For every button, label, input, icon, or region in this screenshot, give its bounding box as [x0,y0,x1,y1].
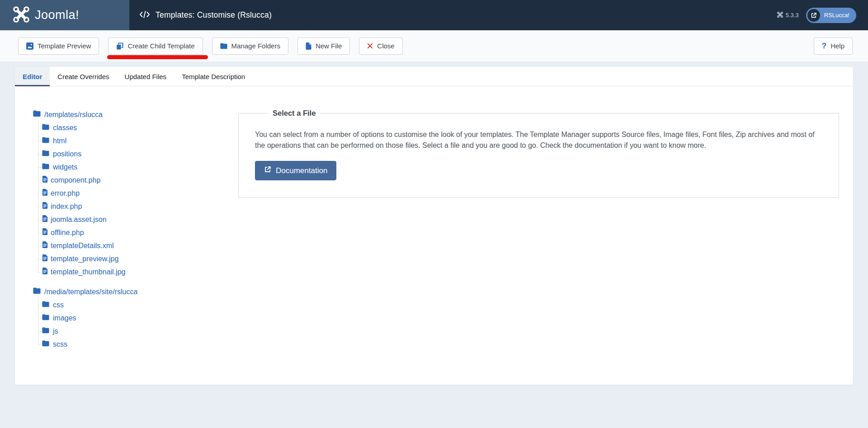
user-menu-button[interactable]: RSLucca! [806,8,856,23]
tab-create-overrides[interactable]: Create Overrides [50,67,117,86]
tree-item-css[interactable]: css [42,298,238,311]
manage-folders-button[interactable]: Manage Folders [212,38,288,55]
folder-icon [42,327,49,335]
file-tree: /templates/rslucca classes html position… [33,108,238,357]
template-preview-button[interactable]: Template Preview [18,38,99,55]
document-icon [42,228,48,237]
help-icon: ? [822,42,826,51]
create-child-template-label: Create Child Template [127,42,194,50]
folder-icon [42,163,49,171]
user-name-label: RSLucca! [824,12,849,19]
joomla-logo-icon [13,6,30,25]
folder-icon [42,137,49,145]
panel-legend: Select a File [269,109,320,118]
manage-folders-label: Manage Folders [231,42,280,50]
copy-icon [116,42,123,50]
folder-icon [42,124,49,132]
folder-icon [220,43,227,49]
panel-description: You can select from a number of options … [255,129,820,151]
help-label: Help [830,42,844,50]
joomla-version: 5.3.3 [777,12,799,19]
editor-card: Editor Create Overrides Updated Files Te… [15,67,853,385]
tab-template-description[interactable]: Template Description [174,67,253,86]
joomla-logo-text: Joomla! [35,8,79,22]
tree-item-template-thumbnail-jpg[interactable]: template_thumbnail.jpg [42,265,238,278]
document-icon [42,268,48,276]
document-icon [42,189,48,198]
tree-root-templates[interactable]: /templates/rslucca [33,108,238,121]
template-preview-label: Template Preview [38,42,91,50]
image-icon [26,42,33,50]
document-icon [42,176,48,184]
file-icon [306,42,311,50]
folder-icon [42,340,49,348]
tree-item-component-php[interactable]: component.php [42,174,238,187]
tree-root-label: /templates/rslucca [44,111,103,119]
folder-icon [33,287,41,296]
tree-item-js[interactable]: js [42,325,238,338]
new-file-button[interactable]: New File [297,38,350,55]
select-a-file-panel: Select a File You can select from a numb… [238,109,839,198]
external-link-icon [807,9,820,22]
close-icon [367,43,373,49]
tree-item-offline-php[interactable]: offline.php [42,226,238,239]
tree-item-joomla-asset-json[interactable]: joomla.asset.json [42,213,238,226]
page-title-area: Templates: Customise (Rslucca) [129,0,777,30]
toolbar: Template Preview Create Child Template M… [0,30,868,61]
tree-item-widgets[interactable]: widgets [42,160,238,174]
documentation-button[interactable]: Documentation [255,161,336,180]
tree-item-error-php[interactable]: error.php [42,187,238,200]
folder-icon [42,301,49,309]
document-icon [42,254,48,263]
tab-updated-files[interactable]: Updated Files [117,67,175,86]
close-label: Close [377,42,394,50]
tree-item-templatedetails-xml[interactable]: templateDetails.xml [42,239,238,252]
joomla-logo: Joomla! [0,0,129,30]
code-icon [139,10,150,20]
tree-item-template-preview-jpg[interactable]: template_preview.jpg [42,252,238,265]
document-icon [42,215,48,224]
folder-icon [42,314,49,322]
help-button[interactable]: ? Help [814,38,853,55]
tree-item-index-php[interactable]: index.php [42,200,238,213]
folder-icon [42,150,49,158]
document-icon [42,241,48,250]
joomla-version-icon [777,12,783,19]
tree-item-html[interactable]: html [42,134,238,147]
tab-editor[interactable]: Editor [15,67,50,86]
admin-header: Joomla! Templates: Customise (Rslucca) [0,0,868,30]
create-child-template-button[interactable]: Create Child Template [108,38,203,55]
page-title: Templates: Customise (Rslucca) [156,10,272,20]
tree-item-positions[interactable]: positions [42,147,238,160]
tree-item-images[interactable]: images [42,311,238,325]
documentation-label: Documentation [276,166,327,175]
folder-icon [33,110,41,119]
tree-item-classes[interactable]: classes [42,121,238,134]
version-number: 5.3.3 [786,12,799,19]
red-underline-annotation [107,55,208,59]
tree-item-scss[interactable]: scss [42,338,238,351]
tree-root-label: /media/templates/site/rslucca [44,288,137,296]
close-button[interactable]: Close [359,38,402,55]
document-icon [42,202,48,211]
tree-root-media-templates[interactable]: /media/templates/site/rslucca [33,285,238,298]
new-file-label: New File [316,42,342,50]
external-link-icon [264,166,271,175]
tabstrip: Editor Create Overrides Updated Files Te… [15,67,853,86]
